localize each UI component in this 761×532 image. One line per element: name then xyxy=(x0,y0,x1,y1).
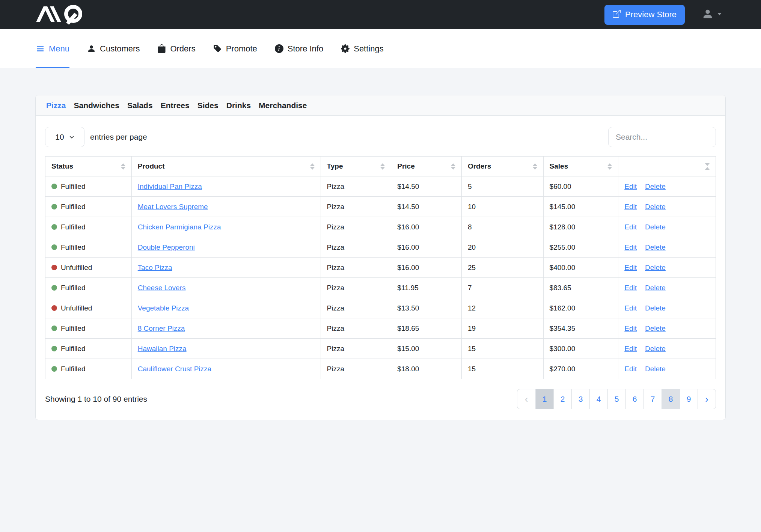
delete-link[interactable]: Delete xyxy=(645,365,666,373)
delete-link[interactable]: Delete xyxy=(645,223,666,231)
category-tabs: Pizza Sandwiches Salads Entrees Sides Dr… xyxy=(36,95,725,116)
tab-salads[interactable]: Salads xyxy=(127,101,153,110)
tab-sides[interactable]: Sides xyxy=(197,101,219,110)
page-button-3[interactable]: 3 xyxy=(571,389,589,409)
page-button-8[interactable]: 8 xyxy=(662,389,680,409)
tab-merchandise[interactable]: Merchandise xyxy=(259,101,307,110)
hamburger-icon xyxy=(36,44,45,53)
column-header-product[interactable]: Product xyxy=(131,157,321,176)
sales-cell: $300.00 xyxy=(543,339,618,359)
nav-item-store-info[interactable]: Store Info xyxy=(275,29,323,68)
edit-link[interactable]: Edit xyxy=(624,223,637,231)
product-link[interactable]: 8 Corner Pizza xyxy=(138,324,185,332)
nav-item-promote[interactable]: Promote xyxy=(213,29,257,68)
products-table: Status Product Type Price Orders Sales F… xyxy=(45,156,716,379)
page-button-6[interactable]: 6 xyxy=(625,389,643,409)
delete-link[interactable]: Delete xyxy=(645,203,666,211)
product-link[interactable]: Meat Lovers Supreme xyxy=(138,203,208,211)
card-footer: Showing 1 to 10 of 90 entries ‹ 12345678… xyxy=(36,379,725,420)
page-button-4[interactable]: 4 xyxy=(589,389,607,409)
product-link[interactable]: Cauliflower Crust Pizza xyxy=(138,365,211,373)
tab-sandwiches[interactable]: Sandwiches xyxy=(74,101,119,110)
status-label: Fulfilled xyxy=(61,284,85,292)
product-link[interactable]: Vegetable Pizza xyxy=(138,304,189,312)
edit-link[interactable]: Edit xyxy=(624,243,637,251)
page-button-7[interactable]: 7 xyxy=(643,389,662,409)
sales-cell: $354.35 xyxy=(543,318,618,339)
nav-item-customers[interactable]: Customers xyxy=(87,29,140,68)
orders-cell: 5 xyxy=(461,176,543,197)
page-button-5[interactable]: 5 xyxy=(607,389,625,409)
delete-link[interactable]: Delete xyxy=(645,182,666,190)
status-label: Fulfilled xyxy=(61,243,85,252)
table-row: Fulfilled Double Pepperoni Pizza $16.00 … xyxy=(45,237,716,258)
delete-link[interactable]: Delete xyxy=(645,304,666,312)
nav-item-menu[interactable]: Menu xyxy=(36,29,69,68)
page-button-1[interactable]: 1 xyxy=(535,389,553,409)
brand-logo[interactable] xyxy=(33,3,92,26)
gear-icon xyxy=(341,44,350,53)
brand-logo-icon xyxy=(33,3,92,26)
page-button-9[interactable]: 9 xyxy=(680,389,698,409)
delete-link[interactable]: Delete xyxy=(645,345,666,353)
search-input[interactable] xyxy=(608,127,716,147)
delete-link[interactable]: Delete xyxy=(645,243,666,251)
type-cell: Pizza xyxy=(321,176,391,197)
orders-cell: 10 xyxy=(461,197,543,217)
nav-item-settings[interactable]: Settings xyxy=(341,29,384,68)
edit-link[interactable]: Edit xyxy=(624,365,637,373)
nav-label: Menu xyxy=(49,44,69,54)
type-cell: Pizza xyxy=(321,217,391,237)
page-button-2[interactable]: 2 xyxy=(553,389,571,409)
product-link[interactable]: Individual Pan Pizza xyxy=(138,182,202,190)
type-cell: Pizza xyxy=(321,237,391,258)
price-cell: $16.00 xyxy=(391,237,462,258)
column-header-price[interactable]: Price xyxy=(391,157,462,176)
edit-link[interactable]: Edit xyxy=(624,203,637,211)
edit-link[interactable]: Edit xyxy=(624,284,637,292)
status-dot xyxy=(51,244,57,250)
orders-cell: 20 xyxy=(461,237,543,258)
entries-per-page-select[interactable]: 10 xyxy=(45,127,84,147)
bag-icon xyxy=(157,44,166,53)
edit-link[interactable]: Edit xyxy=(624,324,637,332)
type-cell: Pizza xyxy=(321,278,391,298)
status-label: Fulfilled xyxy=(61,345,85,353)
product-link[interactable]: Hawaiian Pizza xyxy=(138,345,187,353)
price-cell: $11.95 xyxy=(391,278,462,298)
nav-item-orders[interactable]: Orders xyxy=(157,29,195,68)
delete-link[interactable]: Delete xyxy=(645,284,666,292)
price-cell: $14.50 xyxy=(391,176,462,197)
status-dot xyxy=(51,366,57,372)
product-link[interactable]: Chicken Parmigiana Pizza xyxy=(138,223,221,231)
tab-drinks[interactable]: Drinks xyxy=(226,101,251,110)
product-link[interactable]: Taco Pizza xyxy=(138,264,172,271)
edit-link[interactable]: Edit xyxy=(624,182,637,190)
delete-link[interactable]: Delete xyxy=(645,324,666,332)
column-header-status[interactable]: Status xyxy=(45,157,132,176)
tab-pizza[interactable]: Pizza xyxy=(46,101,66,110)
previous-page-button[interactable]: ‹ xyxy=(517,389,535,409)
preview-store-button[interactable]: Preview Store xyxy=(604,5,685,25)
column-header-type[interactable]: Type xyxy=(321,157,391,176)
status-label: Fulfilled xyxy=(61,223,85,231)
orders-cell: 19 xyxy=(461,318,543,339)
product-link[interactable]: Cheese Lovers xyxy=(138,284,186,292)
edit-link[interactable]: Edit xyxy=(624,264,637,271)
column-header-orders[interactable]: Orders xyxy=(461,157,543,176)
edit-link[interactable]: Edit xyxy=(624,304,637,312)
column-header-sales[interactable]: Sales xyxy=(543,157,618,176)
delete-link[interactable]: Delete xyxy=(645,264,666,271)
price-cell: $15.00 xyxy=(391,339,462,359)
product-link[interactable]: Double Pepperoni xyxy=(138,243,195,251)
status-dot xyxy=(51,265,57,270)
type-cell: Pizza xyxy=(321,298,391,318)
tab-entrees[interactable]: Entrees xyxy=(161,101,190,110)
next-page-button[interactable]: › xyxy=(698,389,716,409)
edit-link[interactable]: Edit xyxy=(624,345,637,353)
column-header-actions[interactable] xyxy=(618,157,716,176)
user-menu[interactable] xyxy=(702,8,722,21)
table-row: Unfulfilled Taco Pizza Pizza $16.00 25 $… xyxy=(45,258,716,278)
nav-label: Promote xyxy=(226,44,257,54)
price-cell: $14.50 xyxy=(391,197,462,217)
